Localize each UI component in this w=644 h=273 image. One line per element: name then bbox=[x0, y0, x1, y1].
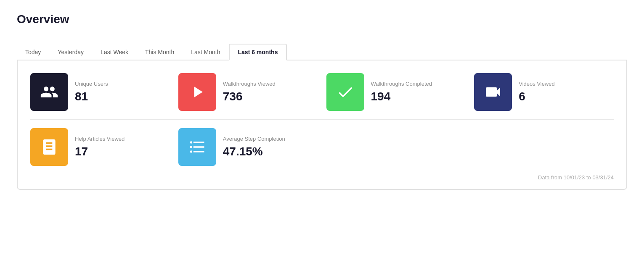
unique-users-label: Unique Users bbox=[75, 81, 108, 88]
walkthroughs-completed-label: Walkthroughs Completed bbox=[371, 81, 432, 88]
walkthroughs-viewed-label: Walkthroughs Viewed bbox=[223, 81, 276, 88]
stat-card-help-articles: Help Articles Viewed 17 bbox=[30, 128, 170, 166]
users-svg-icon bbox=[40, 83, 58, 101]
spacer-2 bbox=[474, 128, 614, 166]
stats-row-1: Unique Users 81 Walkthroughs Viewed 736 bbox=[30, 73, 614, 111]
play-svg-icon bbox=[188, 83, 207, 101]
stats-row-2: Help Articles Viewed 17 Average Step Com… bbox=[30, 128, 614, 166]
stat-card-videos-viewed: Videos Viewed 6 bbox=[474, 73, 614, 111]
article-svg-icon bbox=[40, 138, 58, 156]
unique-users-value: 81 bbox=[75, 90, 108, 103]
tab-today[interactable]: Today bbox=[17, 44, 49, 60]
videos-viewed-icon bbox=[474, 73, 512, 111]
walkthroughs-viewed-info: Walkthroughs Viewed 736 bbox=[223, 81, 276, 104]
videos-viewed-info: Videos Viewed 6 bbox=[519, 81, 555, 104]
tab-last-week[interactable]: Last Week bbox=[92, 44, 137, 60]
spacer-1 bbox=[326, 128, 466, 166]
tab-this-month[interactable]: This Month bbox=[137, 44, 183, 60]
help-articles-value: 17 bbox=[75, 145, 125, 158]
video-svg-icon bbox=[484, 83, 502, 101]
page-title: Overview bbox=[17, 13, 627, 26]
avg-step-completion-icon bbox=[178, 128, 216, 166]
tab-last-month[interactable]: Last Month bbox=[183, 44, 228, 60]
videos-viewed-label: Videos Viewed bbox=[519, 81, 555, 88]
walkthroughs-viewed-icon bbox=[178, 73, 216, 111]
help-articles-label: Help Articles Viewed bbox=[75, 136, 125, 143]
list-svg-icon bbox=[188, 138, 207, 156]
avg-step-completion-label: Average Step Completion bbox=[223, 136, 285, 143]
avg-step-completion-info: Average Step Completion 47.15% bbox=[223, 136, 285, 159]
row-divider bbox=[30, 119, 614, 120]
help-articles-info: Help Articles Viewed 17 bbox=[75, 136, 125, 159]
help-articles-icon bbox=[30, 128, 68, 166]
walkthroughs-completed-value: 194 bbox=[371, 90, 432, 103]
stat-card-walkthroughs-completed: Walkthroughs Completed 194 bbox=[326, 73, 466, 111]
walkthroughs-completed-info: Walkthroughs Completed 194 bbox=[371, 81, 432, 104]
walkthroughs-viewed-value: 736 bbox=[223, 90, 276, 103]
content-panel: Unique Users 81 Walkthroughs Viewed 736 bbox=[17, 60, 627, 190]
check-svg-icon bbox=[336, 83, 355, 101]
videos-viewed-value: 6 bbox=[519, 90, 555, 103]
tabs-container: Today Yesterday Last Week This Month Las… bbox=[17, 43, 627, 60]
avg-step-completion-value: 47.15% bbox=[223, 145, 285, 158]
stat-card-unique-users: Unique Users 81 bbox=[30, 73, 170, 111]
walkthroughs-completed-icon bbox=[326, 73, 364, 111]
unique-users-info: Unique Users 81 bbox=[75, 81, 108, 104]
data-footer: Data from 10/01/23 to 03/31/24 bbox=[30, 174, 614, 181]
unique-users-icon bbox=[30, 73, 68, 111]
tab-yesterday[interactable]: Yesterday bbox=[49, 44, 92, 60]
tab-last-6-months[interactable]: Last 6 months bbox=[229, 44, 287, 60]
stat-card-walkthroughs-viewed: Walkthroughs Viewed 736 bbox=[178, 73, 318, 111]
stat-card-avg-step-completion: Average Step Completion 47.15% bbox=[178, 128, 318, 166]
page-wrapper: Overview Today Yesterday Last Week This … bbox=[0, 0, 644, 273]
